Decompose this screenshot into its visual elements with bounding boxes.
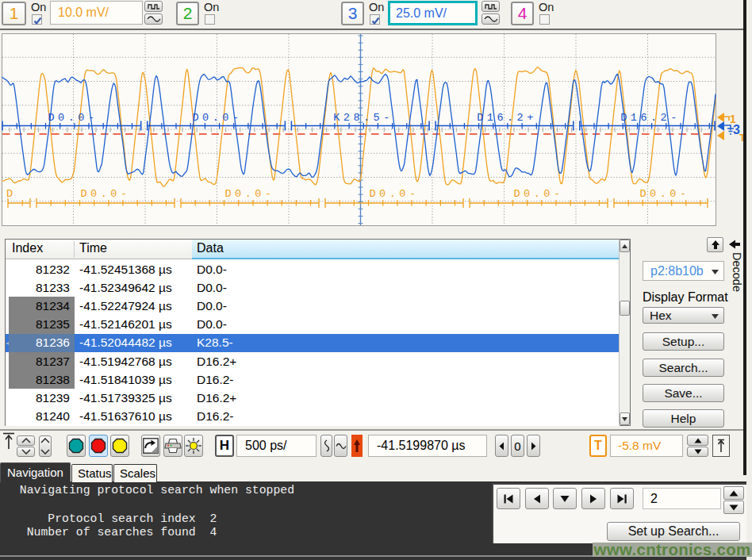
svg-text:D0.0-: D0.0- — [639, 188, 689, 200]
svg-text:D0.0-: D0.0- — [48, 112, 98, 124]
svg-text:D0.0-: D0.0- — [369, 188, 419, 200]
svg-text:D16.2+: D16.2+ — [477, 112, 537, 124]
svg-text:K28.5-: K28.5- — [333, 112, 393, 124]
svg-text:D16.2-: D16.2- — [620, 112, 681, 124]
svg-text:D0.0-: D0.0- — [224, 188, 274, 200]
svg-text:D: D — [6, 188, 17, 200]
svg-text:D0.0-: D0.0- — [513, 188, 563, 200]
svg-text:D0.0-: D0.0- — [80, 188, 130, 200]
svg-text:D0.0-: D0.0- — [192, 112, 242, 124]
